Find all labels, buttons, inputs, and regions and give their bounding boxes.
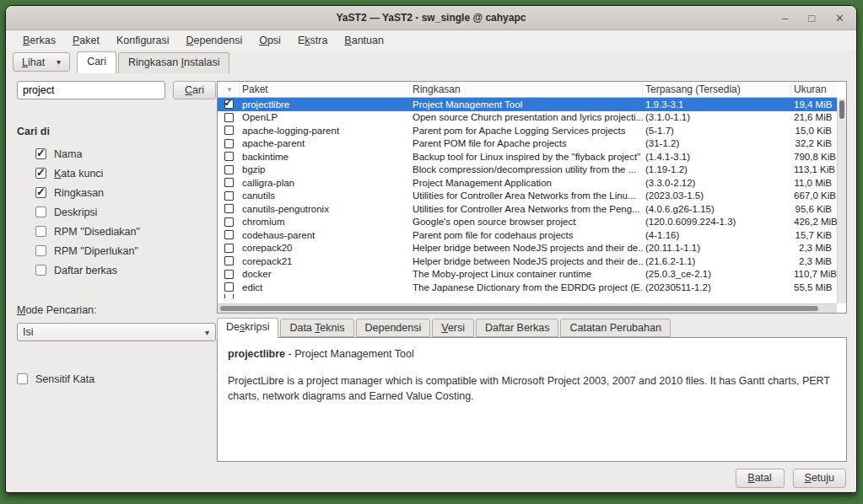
detail-tab[interactable]: Deskripsi: [217, 318, 278, 338]
column-header-installed[interactable]: Terpasang (Tersedia): [643, 82, 791, 97]
horizontal-scrollbar[interactable]: [218, 303, 837, 313]
menu-item[interactable]: Ekstra: [289, 32, 336, 49]
search-in-option[interactable]: RPM "Disediakan": [35, 222, 216, 241]
checkbox-label: Daftar berkas: [54, 265, 117, 276]
table-row[interactable]: corepack20 Helper bridge between NodeJS …: [218, 242, 837, 255]
table-row[interactable]: codehaus-parent Parent pom file for code…: [218, 228, 837, 242]
row-checkbox[interactable]: [224, 244, 234, 253]
title-bar[interactable]: YaST2 — YaST2 - sw_single @ cahyapc – □ …: [6, 6, 856, 30]
package-version: (2023.03-1.5): [643, 190, 791, 201]
menu-item[interactable]: Konfigurasi: [108, 32, 178, 49]
column-header-size[interactable]: Ukuran: [791, 82, 837, 97]
scrollbar-thumb[interactable]: [839, 100, 844, 119]
checkbox[interactable]: [35, 148, 46, 159]
table-row[interactable]: calligra-plan Project Management Applica…: [218, 176, 837, 190]
row-checkbox[interactable]: [224, 178, 234, 187]
tab-installation-summary[interactable]: Ringkasan Instalasi: [118, 52, 229, 73]
checkbox[interactable]: [35, 245, 46, 256]
accept-button[interactable]: Setuju: [793, 469, 846, 488]
package-summary: Block compression/decompression utility …: [410, 164, 643, 174]
column-header-summary[interactable]: Ringkasan: [410, 82, 643, 97]
row-checkbox[interactable]: [224, 256, 234, 265]
package-name: corepack20: [240, 243, 410, 253]
row-checkbox[interactable]: [224, 230, 234, 239]
detail-tab[interactable]: Data Teknis: [280, 319, 353, 337]
search-mode-select[interactable]: Isi ▾: [17, 323, 216, 341]
checkbox[interactable]: [35, 187, 46, 198]
table-row[interactable]: docker The Moby-project Linux container …: [218, 268, 837, 281]
menu-item[interactable]: Dependensi: [177, 32, 251, 49]
table-row[interactable]: backintime Backup tool for Linux inspire…: [218, 150, 837, 164]
table-row[interactable]: canutils-pengutronix Utilities for Contr…: [218, 202, 837, 216]
table-row[interactable]: OpenLP Open source Church presentation a…: [218, 111, 837, 125]
table-row[interactable]: chromium Google's open source browser pr…: [218, 216, 837, 229]
scrollbar-thumb[interactable]: [220, 306, 818, 311]
table-row[interactable]: apache-parent Parent POM file for Apache…: [218, 137, 837, 151]
tab-search[interactable]: Cari: [77, 51, 116, 73]
search-in-option[interactable]: Daftar berkas: [35, 260, 216, 280]
row-checkbox[interactable]: [224, 217, 234, 227]
window-title: YaST2 — YaST2 - sw_single @ cahyapc: [337, 12, 526, 24]
detail-tab[interactable]: Daftar Berkas: [476, 319, 558, 337]
package-version: 1.9.3-3.1: [643, 99, 791, 110]
search-input[interactable]: [18, 82, 164, 99]
chevron-down-icon: ▾: [57, 57, 61, 67]
menu-item[interactable]: Berkas: [14, 32, 64, 49]
detail-tab[interactable]: Catatan Perubahan: [560, 319, 670, 337]
table-row[interactable]: corepack21 Helper bridge between NodeJS …: [218, 255, 837, 268]
package-name: canutils: [240, 190, 410, 201]
checkbox[interactable]: [35, 265, 46, 276]
package-summary: Project Management Tool: [410, 99, 643, 110]
checkbox[interactable]: [17, 373, 28, 384]
menu-item[interactable]: Opsi: [251, 32, 289, 49]
package-size: 19,4 MiB: [791, 99, 837, 110]
chevron-down-icon[interactable]: ▾: [164, 86, 165, 95]
table-row[interactable]: canutils Utilities for Controller Area N…: [218, 190, 837, 203]
search-in-option[interactable]: Deskripsi: [35, 202, 216, 222]
maximize-icon[interactable]: □: [808, 13, 815, 24]
vertical-scrollbar[interactable]: [837, 99, 846, 303]
table-row[interactable]: bgzip Block compression/decompression ut…: [218, 164, 837, 177]
package-summary: Utilities for Controller Area Networks f…: [410, 204, 643, 214]
search-in-option[interactable]: Ringkasan: [35, 183, 216, 202]
checkbox[interactable]: [35, 206, 46, 217]
search-combobox[interactable]: ▾: [17, 81, 165, 99]
cancel-button[interactable]: Batal: [736, 469, 785, 488]
package-version: (20.11.1-1.1): [643, 243, 791, 253]
row-checkbox[interactable]: [224, 204, 234, 213]
case-sensitive-option[interactable]: Sensitif Kata: [17, 369, 216, 389]
view-dropdown-button[interactable]: Lihat ▾: [13, 52, 70, 72]
package-version: (4.0.6.g26-1.15): [643, 204, 791, 214]
row-checkbox[interactable]: [224, 270, 234, 279]
detail-tab[interactable]: Dependensi: [356, 319, 431, 337]
package-name: corepack21: [240, 256, 410, 266]
package-size: 110,7 MiB: [791, 269, 837, 279]
table-row[interactable]: projectlibre Project Management Tool 1.9…: [218, 98, 837, 111]
row-checkbox[interactable]: [224, 152, 234, 161]
menu-item[interactable]: Bantuan: [336, 32, 392, 49]
row-checkbox[interactable]: [224, 113, 234, 122]
row-checkbox[interactable]: [224, 191, 234, 201]
search-in-option[interactable]: Kata kunci: [35, 164, 216, 183]
minimize-icon[interactable]: –: [782, 13, 788, 24]
detail-tab[interactable]: Versi: [432, 319, 474, 337]
sort-column-header[interactable]: ▾: [218, 82, 240, 97]
checkbox-label: RPM "Diperlukan": [54, 245, 138, 257]
row-checkbox[interactable]: [224, 139, 234, 148]
close-icon[interactable]: ✕: [835, 13, 844, 24]
checkbox[interactable]: [35, 226, 46, 237]
menu-item[interactable]: Paket: [64, 32, 108, 49]
row-checkbox[interactable]: [224, 282, 234, 292]
window-controls: – □ ✕: [782, 6, 844, 29]
row-checkbox[interactable]: [224, 165, 234, 174]
package-size: 2,3 MiB: [791, 256, 837, 266]
table-row[interactable]: edict The Japanese Dictionary from the E…: [218, 281, 837, 294]
search-button[interactable]: Cari: [173, 81, 216, 99]
row-checkbox[interactable]: [224, 99, 234, 109]
checkbox[interactable]: [35, 168, 46, 179]
table-row[interactable]: apache-logging-parent Parent pom for Apa…: [218, 124, 837, 137]
column-header-name[interactable]: Paket: [240, 82, 410, 97]
row-checkbox[interactable]: [224, 126, 234, 135]
search-in-option[interactable]: Nama: [35, 144, 216, 164]
search-in-option[interactable]: RPM "Diperlukan": [35, 241, 216, 260]
